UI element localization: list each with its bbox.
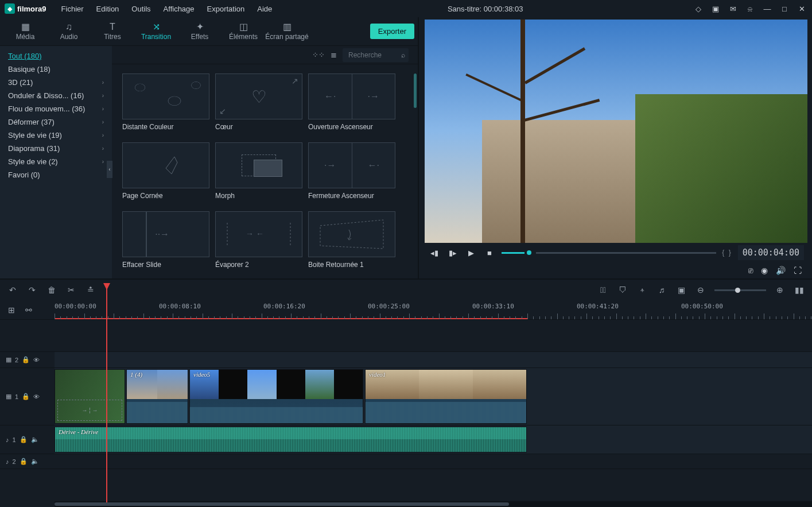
transition-thumb[interactable]: ←··→	[308, 73, 395, 119]
split-button[interactable]: ✂	[65, 285, 77, 295]
svg-text:→  ←: → ←	[246, 229, 264, 238]
tab-transition[interactable]: ⤨Transition	[134, 17, 178, 46]
redo-button[interactable]: ↷	[26, 285, 38, 295]
preview-viewport[interactable]	[425, 20, 807, 243]
zoom-out-icon[interactable]: ⊖	[695, 285, 706, 295]
sidebar-item-5[interactable]: Déformer (37)›	[0, 115, 112, 129]
tab-audio[interactable]: ♫Audio	[47, 17, 91, 46]
playhead[interactable]	[106, 284, 107, 502]
voiceover-icon[interactable]: ⍏	[636, 285, 648, 295]
snapshot-icon[interactable]: ◉	[761, 266, 768, 275]
tab-effects[interactable]: ✦Effets	[178, 17, 222, 46]
minimize-icon[interactable]: —	[762, 3, 773, 14]
sidebar-item-9[interactable]: Favori (0)	[0, 168, 112, 181]
menu-edit[interactable]: Edition	[91, 2, 125, 16]
transition-thumb[interactable]: ·→←·	[308, 142, 395, 188]
list-view-icon[interactable]: ≣	[331, 51, 337, 59]
track-body-a2[interactable]	[55, 454, 812, 469]
sidebar-item-1[interactable]: Basique (18)	[0, 63, 112, 76]
ruler-timestamp: 00:00:33:10	[472, 303, 514, 310]
transition-categories-sidebar: Tout (180)Basique (18)3D (21)›Onduler & …	[0, 46, 112, 278]
maximize-icon[interactable]: □	[779, 3, 790, 14]
lock-icon[interactable]: 🔒	[20, 436, 28, 443]
timeline-h-scrollbar	[0, 501, 812, 507]
render-preview-icon[interactable]: ▷⃝	[597, 285, 609, 295]
transition-thumb[interactable]	[308, 211, 395, 257]
track-body-a1[interactable]: Dérive - Dérive	[55, 425, 812, 454]
add-track-icon[interactable]: ⊞	[6, 305, 17, 315]
search-icon[interactable]: ⌕	[401, 51, 405, 59]
marker-shield-icon[interactable]: ⛉	[617, 285, 628, 295]
clip-video-3[interactable]: video1	[365, 369, 527, 424]
preview-settings-icon[interactable]: ⎚	[748, 266, 753, 275]
mute-icon[interactable]: 🔈	[31, 458, 39, 465]
prev-frame-button[interactable]: ◂▮	[428, 246, 441, 259]
tab-titles[interactable]: TTitres	[91, 17, 134, 46]
tab-splitscreen[interactable]: ▥Écran partagé	[265, 17, 309, 46]
clip-video-2[interactable]: video5	[189, 369, 363, 424]
sidebar-item-7[interactable]: Diaporama (31)›	[0, 142, 112, 155]
timeline-ruler[interactable]: 00:00:00:0000:00:08:1000:00:16:2000:00:2…	[55, 300, 812, 319]
transition-thumb[interactable]: → ←	[215, 211, 302, 257]
fullscreen-icon[interactable]: ⛶	[794, 266, 802, 275]
message-icon[interactable]: ✉	[727, 3, 739, 14]
play-button[interactable]: ▶	[465, 246, 477, 259]
transition-thumb[interactable]: ··→	[122, 211, 209, 257]
menu-tools[interactable]: Outils	[126, 2, 156, 16]
crop-icon[interactable]: ▣	[675, 285, 687, 295]
clip-transition-1[interactable]: 1 (1) → ¦ →	[55, 369, 125, 424]
timeline-h-scrollbar-thumb[interactable]	[55, 502, 509, 506]
save-icon[interactable]: ▣	[710, 3, 721, 14]
transition-thumb[interactable]	[215, 142, 302, 188]
clip-video-1[interactable]: 1 (4)	[126, 369, 188, 424]
search-input[interactable]	[343, 48, 409, 62]
close-icon[interactable]: ✕	[796, 3, 807, 14]
zoom-in-icon[interactable]: ⊕	[774, 285, 786, 295]
sidebar-item-3[interactable]: Onduler & Disso... (16)›	[0, 89, 112, 102]
sidebar-item-8[interactable]: Style de vie (2)›	[0, 155, 112, 168]
transition-thumb[interactable]	[122, 142, 209, 188]
visibility-icon[interactable]: 👁	[33, 393, 40, 400]
sidebar-item-6[interactable]: Style de vie (19)›	[0, 129, 112, 142]
menu-file[interactable]: Fichier	[56, 2, 90, 16]
sidebar-item-0[interactable]: Tout (180)	[0, 49, 112, 63]
audio-mixer-icon[interactable]: ♬	[656, 285, 667, 295]
undo-button[interactable]: ↶	[7, 285, 18, 295]
document-title: Sans-titre: 00:00:38:03	[278, 5, 693, 13]
account-icon[interactable]: ◇	[693, 3, 704, 14]
timeline-layout-icon[interactable]: ▮▮	[794, 285, 805, 295]
track-body-v2[interactable]	[55, 352, 812, 367]
link-track-icon[interactable]: ⚯	[23, 305, 34, 315]
clip-audio-1[interactable]: Dérive - Dérive	[55, 427, 527, 452]
grid-scrollbar[interactable]	[414, 73, 417, 108]
preview-tools: ⎚ ◉ 🔊 ⛶	[425, 262, 807, 278]
timeline-h-scrollbar-track[interactable]	[55, 501, 812, 507]
sidebar-item-4[interactable]: Flou de mouvem... (36)›	[0, 102, 112, 115]
visibility-icon[interactable]: 👁	[33, 357, 40, 363]
mute-icon[interactable]: 🔈	[31, 436, 39, 443]
delete-button[interactable]: 🗑	[46, 285, 57, 295]
zoom-slider[interactable]	[714, 289, 766, 291]
next-frame-button[interactable]: ▮▸	[446, 246, 459, 259]
progress-bar[interactable]	[502, 250, 716, 255]
stop-button[interactable]: ■	[483, 246, 496, 259]
transition-thumb[interactable]	[122, 73, 209, 119]
transition-thumb[interactable]: ♡	[215, 73, 302, 119]
menu-export[interactable]: Exportation	[201, 2, 251, 16]
track-body-v1[interactable]: 1 (1) → ¦ → 1 (4) video5	[55, 368, 812, 425]
tab-media[interactable]: ▦Média	[3, 17, 47, 46]
grid-view-icon[interactable]: ⁘⁘	[312, 51, 325, 59]
lock-icon[interactable]: 🔒	[20, 458, 28, 465]
menu-view[interactable]: Affichage	[158, 2, 200, 16]
mic-icon[interactable]: ⍾	[744, 3, 756, 14]
lock-icon[interactable]: 🔒	[22, 356, 30, 363]
adjust-button[interactable]: ≛	[85, 285, 96, 295]
sidebar-item-2[interactable]: 3D (21)›	[0, 76, 112, 89]
transition-label: Cœur	[215, 123, 302, 131]
in-out-markers[interactable]: { }	[722, 249, 732, 257]
menu-help[interactable]: Aide	[251, 2, 278, 16]
lock-icon[interactable]: 🔒	[22, 393, 30, 400]
volume-icon[interactable]: 🔊	[776, 266, 786, 275]
tab-elements[interactable]: ◫Éléments	[222, 17, 265, 46]
export-button[interactable]: Exporter	[370, 24, 414, 39]
